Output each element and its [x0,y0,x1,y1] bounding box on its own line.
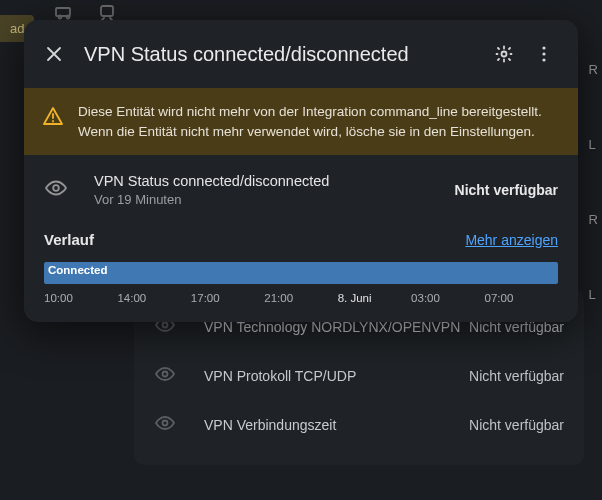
history-heading: Verlauf [44,231,94,248]
entity-labels: VPN Status connected/disconnected Vor 19… [94,173,455,207]
entity-name: VPN Verbindungszeit [204,417,469,433]
close-button[interactable] [34,34,74,74]
svg-rect-3 [101,6,113,16]
bg-right-label: R [589,212,598,227]
tick-label: 07:00 [485,292,558,304]
svg-point-10 [542,58,545,61]
bg-right-label: R [589,62,598,77]
bg-right-label: L [589,287,598,302]
eye-icon [154,412,176,437]
more-button[interactable] [524,34,564,74]
warning-banner: Diese Entität wird nicht mehr von der In… [24,88,578,155]
svg-point-4 [163,323,168,328]
gear-icon [494,44,514,64]
entity-name: VPN Protokoll TCP/UDP [204,368,469,384]
tick-label: 10:00 [44,292,117,304]
tick-label: 14:00 [117,292,190,304]
svg-point-9 [542,52,545,55]
history-header: Verlauf Mehr anzeigen [24,217,578,258]
eye-icon [44,176,68,204]
svg-point-5 [163,372,168,377]
svg-point-1 [59,16,62,19]
more-vert-icon [534,44,554,64]
tick-label: 17:00 [191,292,264,304]
warning-icon [42,105,64,127]
history-more-link[interactable]: Mehr anzeigen [465,232,558,248]
entity-name: VPN Status connected/disconnected [94,173,455,189]
train-icon [98,4,118,20]
timeline-segment-label: Connected [48,264,107,276]
svg-point-11 [53,185,59,191]
vehicle-icon [54,4,74,20]
tick-label: 21:00 [264,292,337,304]
eye-icon [154,363,176,388]
close-icon [44,44,64,64]
tick-label: 03:00 [411,292,484,304]
entity-dialog: VPN Status connected/disconnected Diese … [24,20,578,322]
list-item[interactable]: VPN Verbindungszeit Nicht verfügbar [134,400,584,449]
settings-button[interactable] [484,34,524,74]
bg-right: R L R L [589,62,598,302]
list-item[interactable]: VPN Protokoll TCP/UDP Nicht verfügbar [134,351,584,400]
svg-point-2 [67,16,70,19]
warning-text: Diese Entität wird nicht mehr von der In… [78,102,560,141]
svg-point-6 [163,421,168,426]
timeline-ticks: 10:00 14:00 17:00 21:00 8. Juni 03:00 07… [44,292,558,304]
entity-value: Nicht verfügbar [469,368,564,384]
svg-point-7 [502,52,507,57]
history-timeline[interactable]: Connected [44,262,558,284]
tick-label: 8. Juni [338,292,411,304]
entity-state-row: VPN Status connected/disconnected Vor 19… [24,155,578,217]
bg-right-label: L [589,137,598,152]
entity-state-value: Nicht verfügbar [455,182,558,198]
dialog-title: VPN Status connected/disconnected [84,43,484,66]
entity-value: Nicht verfügbar [469,417,564,433]
svg-point-8 [542,46,545,49]
dialog-header: VPN Status connected/disconnected [24,20,578,88]
entity-last-changed: Vor 19 Minuten [94,192,455,207]
